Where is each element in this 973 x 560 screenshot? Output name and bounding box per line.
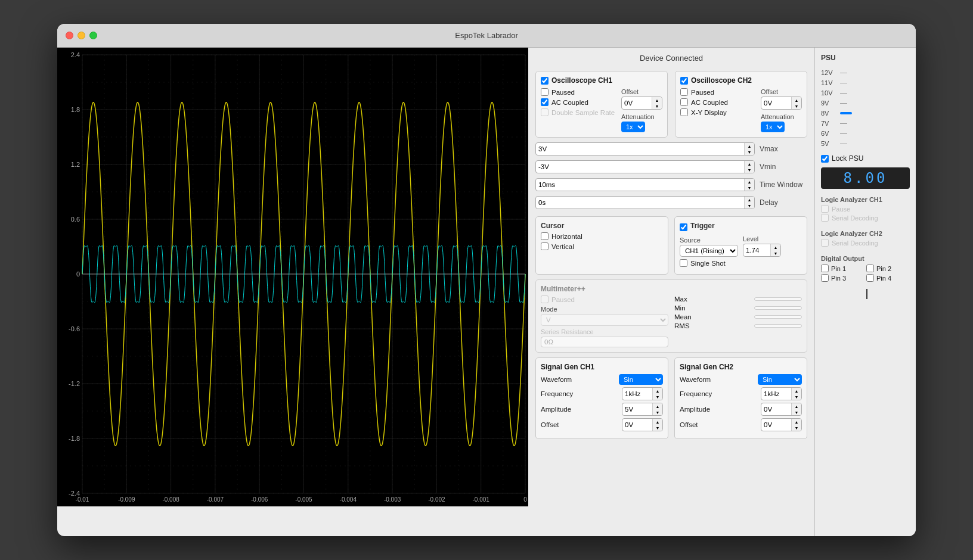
sg-ch1-offset-input[interactable] <box>622 420 652 430</box>
sg-ch2-amp-up[interactable]: ▲ <box>792 403 801 409</box>
ch1-offset-input[interactable] <box>622 98 652 108</box>
trigger-level-down[interactable]: ▼ <box>771 250 780 256</box>
vmin-input[interactable] <box>536 162 744 172</box>
sg-ch1-amp-up[interactable]: ▲ <box>653 403 662 409</box>
logic-ch1-pause-checkbox[interactable] <box>821 205 829 213</box>
ch2-offset-up[interactable]: ▲ <box>792 97 801 103</box>
ch1-paused-checkbox[interactable] <box>541 88 549 96</box>
cursor-horizontal-label: Horizontal <box>551 233 582 240</box>
ch2-paused-checkbox[interactable] <box>680 88 688 96</box>
sg-ch2-freq-down[interactable]: ▼ <box>792 394 801 400</box>
ch2-attenuation-select[interactable]: 1x 2x 4x <box>761 122 785 132</box>
psu-display: 8.00 <box>821 167 910 189</box>
close-button[interactable] <box>66 32 73 39</box>
ch2-attenuation-block: Attenuation 1x 2x 4x <box>761 113 794 132</box>
osc-canvas[interactable] <box>57 48 528 506</box>
sg-ch2-amp-input[interactable] <box>761 405 791 414</box>
ch1-checkbox[interactable] <box>541 77 549 85</box>
logic-ch2-serial-checkbox[interactable] <box>821 239 829 247</box>
single-shot-label: Single Shot <box>690 260 726 267</box>
time-down[interactable]: ▼ <box>745 185 754 191</box>
mm-mode-select[interactable]: V A Ω <box>541 314 668 326</box>
ch1-offset-up[interactable]: ▲ <box>652 97 662 103</box>
do-pin2-checkbox[interactable] <box>866 265 874 272</box>
lock-psu-label: Lock PSU <box>832 154 863 163</box>
cursor-horizontal-checkbox[interactable] <box>541 232 549 240</box>
sg-ch1-freq-up[interactable]: ▲ <box>653 388 662 394</box>
sg-ch2-offset-up[interactable]: ▲ <box>792 419 801 425</box>
delay-spinbtns: ▲ ▼ <box>744 197 754 209</box>
titlebar: EspoTek Labrador <box>57 24 916 48</box>
mm-series-res-input[interactable] <box>541 337 668 347</box>
sg-ch2-offset-down[interactable]: ▼ <box>792 425 801 431</box>
ch1-double-checkbox[interactable] <box>541 108 549 116</box>
trigger-level-up[interactable]: ▲ <box>771 244 780 250</box>
sg-ch1-amp-input[interactable] <box>622 405 652 414</box>
ch2-offset-down[interactable]: ▼ <box>792 103 801 109</box>
mm-paused-checkbox[interactable] <box>541 295 549 303</box>
vmin-up[interactable]: ▲ <box>745 161 754 167</box>
psu-12v-label: 12V <box>821 69 838 76</box>
sg-ch2-freq-input[interactable] <box>761 389 791 399</box>
ch2-offset-block: Offset ▲ ▼ <box>761 88 802 110</box>
sg-ch1-freq-down[interactable]: ▼ <box>653 394 662 400</box>
sg-ch2-freq-up[interactable]: ▲ <box>792 388 801 394</box>
sg-ch2-amp-down[interactable]: ▼ <box>792 409 801 415</box>
vmax-up[interactable]: ▲ <box>745 143 754 149</box>
lock-psu-checkbox[interactable] <box>821 155 829 163</box>
do-pin1-checkbox[interactable] <box>821 265 829 272</box>
logic-ch1-pause-label: Pause <box>832 206 850 213</box>
do-pin2: Pin 2 <box>866 265 910 272</box>
sg-ch2-amp-label: Amplitude <box>680 406 710 413</box>
time-up[interactable]: ▲ <box>745 179 754 185</box>
ch2-checkbox[interactable] <box>680 77 688 85</box>
ch2-ac-checkbox[interactable] <box>680 98 688 106</box>
psu-8v-handle[interactable] <box>840 112 852 114</box>
minimize-button[interactable] <box>78 32 85 39</box>
sg-ch1-offset-row: Offset ▲ ▼ <box>541 418 663 431</box>
sg-ch1-freq-input[interactable] <box>622 389 652 399</box>
single-shot-checkbox[interactable] <box>680 259 687 267</box>
psu-7v-line <box>840 123 847 124</box>
do-pin3-checkbox[interactable] <box>821 274 829 282</box>
psu-5v: 5V <box>821 139 910 148</box>
sg-ch1-amp-down[interactable]: ▼ <box>653 409 662 415</box>
sg-ch2-waveform-select[interactable]: Sin Square Sawtooth <box>758 374 802 385</box>
trigger-checkbox[interactable] <box>680 223 687 231</box>
vmax-down[interactable]: ▼ <box>745 149 754 155</box>
logic-ch1-serial-checkbox[interactable] <box>821 214 829 222</box>
do-pin4-checkbox[interactable] <box>866 274 874 282</box>
trigger-level-input[interactable] <box>743 245 770 255</box>
cursor-vertical-checkbox[interactable] <box>541 242 549 250</box>
sg-ch1-waveform-select[interactable]: Sin Square Sawtooth <box>619 374 663 385</box>
delay-down[interactable]: ▼ <box>745 203 754 209</box>
multimeter-block: Multimeter++ Paused Mode V A <box>535 279 807 353</box>
ch2-xy-checkbox[interactable] <box>680 108 688 116</box>
sg-ch2-offset-row: Offset ▲ ▼ <box>680 418 802 431</box>
ch1-attenuation-select[interactable]: 1x 2x 4x <box>621 122 645 132</box>
vmin-down[interactable]: ▼ <box>745 167 754 173</box>
trigger-source-select[interactable]: CH1 (Rising) CH1 (Falling) CH2 (Rising) … <box>680 245 738 257</box>
mm-max-label: Max <box>674 295 687 303</box>
ch2-offset-label: Offset <box>761 88 802 95</box>
time-window-input[interactable] <box>536 180 744 189</box>
delay-input[interactable] <box>536 198 744 207</box>
logic-ch1-serial-row: Serial Decoding <box>821 214 910 222</box>
sg-ch1-offset-down[interactable]: ▼ <box>653 425 662 431</box>
maximize-button[interactable] <box>89 32 97 39</box>
sg-ch1-offset-up[interactable]: ▲ <box>653 419 662 425</box>
ch2-att-label: Attenuation <box>761 113 794 120</box>
delay-up[interactable]: ▲ <box>745 197 754 203</box>
multimeter-left: Paused Mode V A Ω Se <box>541 295 668 347</box>
ch1-ac-checkbox[interactable] <box>541 98 549 106</box>
signal-gen-ch2: Signal Gen CH2 Waveform Sin Square Sawto… <box>674 357 807 439</box>
cursor-vertical-row: Vertical <box>541 242 663 250</box>
psu-7v-label: 7V <box>821 120 838 127</box>
vmax-input[interactable] <box>536 144 744 154</box>
logic-ch1-title: Logic Analyzer CH1 <box>821 196 910 203</box>
ch1-offset-down[interactable]: ▼ <box>652 103 662 109</box>
mm-paused-label: Paused <box>551 296 575 303</box>
ch2-xy-label: X-Y Display <box>691 109 727 116</box>
sg-ch2-offset-input[interactable] <box>761 420 791 430</box>
ch2-offset-input[interactable] <box>761 98 791 108</box>
